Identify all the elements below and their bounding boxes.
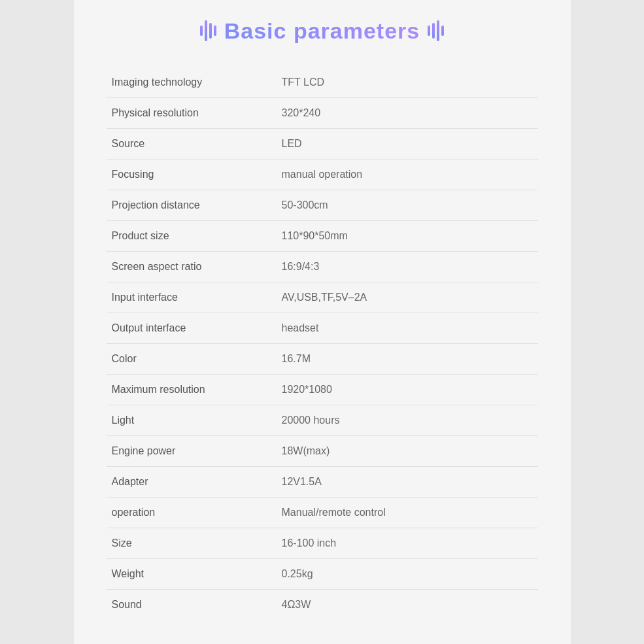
- table-row: Screen aspect ratio16:9/4:3: [107, 251, 538, 282]
- table-row: Weight0.25kg: [107, 558, 538, 589]
- param-label: Output interface: [107, 313, 277, 343]
- table-row: Output interfaceheadset: [107, 313, 538, 343]
- param-value: 50-300cm: [277, 190, 538, 220]
- table-row: SourceLED: [107, 128, 538, 159]
- param-value: 16-100 inch: [277, 528, 538, 558]
- header: Basic parameters: [107, 18, 538, 44]
- param-label: Projection distance: [107, 190, 277, 220]
- table-row: Size16-100 inch: [107, 528, 538, 558]
- table-row: Maximum resolution1920*1080: [107, 374, 538, 405]
- params-table: Imaging technologyTFT LCDPhysical resolu…: [107, 67, 538, 620]
- param-value: LED: [277, 128, 538, 159]
- table-row: Imaging technologyTFT LCD: [107, 67, 538, 98]
- param-label: Weight: [107, 558, 277, 589]
- table-row: Physical resolution320*240: [107, 97, 538, 128]
- param-label: Color: [107, 343, 277, 374]
- param-value: 16.7M: [277, 343, 538, 374]
- table-row: Projection distance50-300cm: [107, 190, 538, 220]
- param-value: 12V1.5A: [277, 466, 538, 497]
- param-label: Source: [107, 128, 277, 159]
- param-value: Manual/remote control: [277, 497, 538, 528]
- param-label: Adapter: [107, 466, 277, 497]
- sound-bars-right-icon: [428, 20, 444, 41]
- param-value: AV,USB,TF,5V–2A: [277, 282, 538, 313]
- param-value: TFT LCD: [277, 67, 538, 98]
- param-value: 320*240: [277, 97, 538, 128]
- table-row: Adapter12V1.5A: [107, 466, 538, 497]
- param-value: 20000 hours: [277, 405, 538, 435]
- param-value: 16:9/4:3: [277, 251, 538, 282]
- param-value: 18W(max): [277, 435, 538, 466]
- param-label: Focusing: [107, 159, 277, 190]
- param-value: 4Ω3W: [277, 589, 538, 620]
- param-label: Physical resolution: [107, 97, 277, 128]
- table-row: Color16.7M: [107, 343, 538, 374]
- page-title: Basic parameters: [224, 18, 420, 44]
- sound-bars-left-icon: [200, 20, 216, 41]
- table-row: operationManual/remote control: [107, 497, 538, 528]
- param-label: operation: [107, 497, 277, 528]
- param-value: 1920*1080: [277, 374, 538, 405]
- table-row: Input interfaceAV,USB,TF,5V–2A: [107, 282, 538, 313]
- param-value: 110*90*50mm: [277, 220, 538, 251]
- param-value: 0.25kg: [277, 558, 538, 589]
- param-label: Maximum resolution: [107, 374, 277, 405]
- param-label: Screen aspect ratio: [107, 251, 277, 282]
- param-label: Engine power: [107, 435, 277, 466]
- table-row: Light20000 hours: [107, 405, 538, 435]
- param-label: Input interface: [107, 282, 277, 313]
- table-row: Focusingmanual operation: [107, 159, 538, 190]
- table-row: Engine power18W(max): [107, 435, 538, 466]
- param-label: Product size: [107, 220, 277, 251]
- card: Basic parameters Imaging technologyTFT L…: [74, 0, 571, 644]
- param-label: Light: [107, 405, 277, 435]
- param-label: Sound: [107, 589, 277, 620]
- param-value: headset: [277, 313, 538, 343]
- table-row: Sound4Ω3W: [107, 589, 538, 620]
- table-row: Product size110*90*50mm: [107, 220, 538, 251]
- param-label: Imaging technology: [107, 67, 277, 98]
- param-label: Size: [107, 528, 277, 558]
- param-value: manual operation: [277, 159, 538, 190]
